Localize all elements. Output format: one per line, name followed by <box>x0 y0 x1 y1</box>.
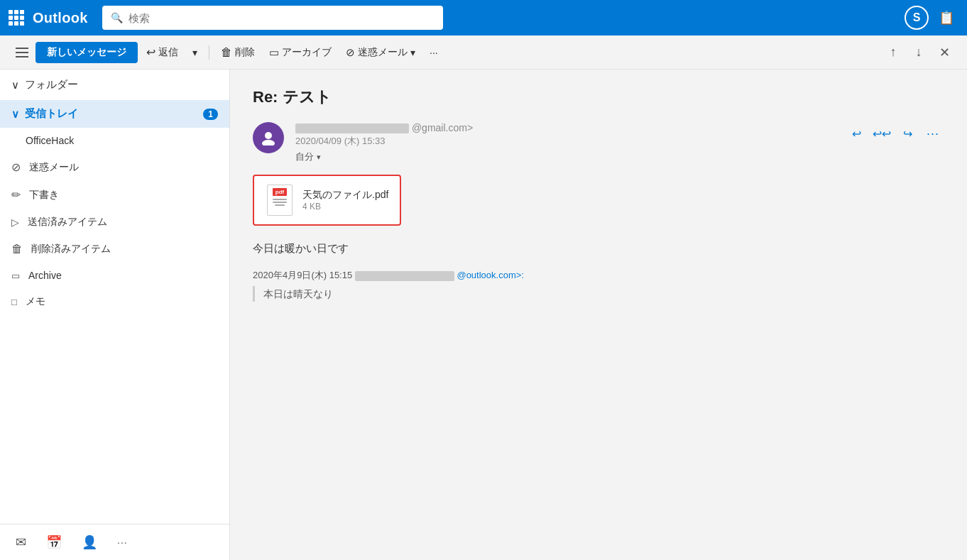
search-input[interactable] <box>129 12 435 24</box>
feedback-icon[interactable]: 📋 <box>934 6 958 30</box>
junk-icon: ⊘ <box>346 46 355 59</box>
email-quoted-header: 2020年4月9日(木) 15:15 @outlook.com>: <box>253 268 944 283</box>
more-button[interactable]: ··· <box>424 44 444 61</box>
attachment-name: 天気のファイル.pdf <box>302 189 388 202</box>
sidebar-folder-header[interactable]: ∨ フォルダー <box>0 70 229 100</box>
sidebar-item-deleted[interactable]: 🗑 削除済みアイテム <box>0 236 229 263</box>
search-box[interactable]: 🔍 <box>102 6 443 30</box>
separator <box>209 45 209 60</box>
sidebar-item-officehack[interactable]: OfficeHack <box>0 128 229 153</box>
email-sender: @gmail.com> <box>295 122 834 133</box>
drafts-icon: ✏ <box>11 188 21 202</box>
junk-chevron-icon: ▾ <box>410 47 415 58</box>
calendar-nav-icon[interactable]: 📅 <box>42 530 66 554</box>
app-logo: Outlook <box>33 10 88 26</box>
attachment-info: 天気のファイル.pdf 4 KB <box>302 189 388 212</box>
pdf-icon: pdf <box>266 183 294 217</box>
nav-up-button[interactable]: ↑ <box>882 41 905 64</box>
folder-header-label: フォルダー <box>25 78 78 92</box>
sidebar-bottom-nav: ✉ 📅 👤 ··· <box>0 524 229 560</box>
junk-button[interactable]: ⊘ 迷惑メール ▾ <box>340 43 421 62</box>
svg-point-1 <box>262 140 275 146</box>
attachment-size: 4 KB <box>302 202 388 212</box>
memo-label: メモ <box>26 295 45 308</box>
junk-label: 迷惑メール <box>29 161 79 174</box>
email-to[interactable]: 自分 ▾ <box>295 150 834 163</box>
email-meta: @gmail.com> 2020/04/09 (木) 15:33 自分 ▾ <box>295 122 834 163</box>
sidebar-item-inbox[interactable]: ∨ 受信トレイ 1 <box>0 100 229 128</box>
reply-all-action-button[interactable]: ↩↩ <box>870 122 893 145</box>
memo-icon: □ <box>11 297 17 307</box>
quoted-date: 2020年4月9日(木) 15:15 <box>253 270 352 280</box>
archive-icon: ▭ <box>269 46 279 59</box>
chevron-down-icon: ∨ <box>11 108 19 121</box>
sender-masked-name <box>295 123 409 133</box>
nav-down-button[interactable]: ↓ <box>907 41 930 64</box>
quoted-sender-link[interactable]: @outlook.com>: <box>457 270 524 280</box>
delete-icon: 🗑 <box>221 46 232 59</box>
drafts-label: 下書き <box>29 189 59 202</box>
chevron-down-icon: ▾ <box>192 47 197 58</box>
new-message-button[interactable]: 新しいメッセージ <box>35 42 138 63</box>
inbox-label: 受信トレイ <box>25 107 78 121</box>
inbox-badge: 1 <box>203 109 218 120</box>
archive-icon: ▭ <box>11 270 20 281</box>
reply-action-button[interactable]: ↩ <box>845 122 868 145</box>
email-header: @gmail.com> 2020/04/09 (木) 15:33 自分 ▾ ↩ … <box>253 122 944 163</box>
attachment-box[interactable]: pdf 天気のファイル.pdf 4 KB <box>253 175 401 226</box>
sidebar-item-drafts[interactable]: ✏ 下書き <box>0 181 229 209</box>
people-nav-icon[interactable]: 👤 <box>77 530 102 554</box>
deleted-label: 削除済みアイテム <box>31 243 111 256</box>
apps-grid-icon[interactable] <box>9 10 24 26</box>
mail-nav-icon[interactable]: ✉ <box>11 530 31 554</box>
sidebar-item-memo[interactable]: □ メモ <box>0 288 229 315</box>
to-chevron-icon: ▾ <box>317 153 321 162</box>
reply-icon: ↩ <box>146 45 155 59</box>
sent-icon: ▷ <box>11 216 19 228</box>
skype-button[interactable]: S <box>905 6 929 30</box>
delete-button[interactable]: 🗑 削除 <box>215 43 261 62</box>
email-subject: Re: テスト <box>253 87 944 108</box>
sent-label: 送信済みアイテム <box>28 216 107 229</box>
email-actions: ↩ ↩↩ ↪ ··· <box>845 122 944 145</box>
sender-domain: @gmail.com> <box>412 122 473 133</box>
archive-button[interactable]: ▭ アーカイブ <box>263 43 337 62</box>
reply-dropdown-button[interactable]: ▾ <box>187 44 203 61</box>
main-layout: ∨ フォルダー ∨ 受信トレイ 1 OfficeHack ⊘ 迷惑メール ✏ 下… <box>0 70 967 560</box>
quoted-body: 本日は晴天なり <box>263 288 333 300</box>
sidebar-item-junk[interactable]: ⊘ 迷惑メール <box>0 153 229 181</box>
email-body-main: 今日は暖かい日です <box>253 240 944 257</box>
toolbar: 新しいメッセージ ↩ 返信 ▾ 🗑 削除 ▭ アーカイブ ⊘ 迷惑メール ▾ ·… <box>0 35 967 70</box>
topbar-right: S 📋 <box>905 6 958 30</box>
deleted-icon: 🗑 <box>11 243 23 256</box>
hamburger-menu-button[interactable] <box>11 43 33 62</box>
close-button[interactable]: ✕ <box>933 41 956 64</box>
email-quote: 本日は晴天なり <box>253 286 944 302</box>
more-action-button[interactable]: ··· <box>922 122 944 145</box>
email-date: 2020/04/09 (木) 15:33 <box>295 135 834 148</box>
chevron-down-icon: ∨ <box>11 79 19 92</box>
sidebar: ∨ フォルダー ∨ 受信トレイ 1 OfficeHack ⊘ 迷惑メール ✏ 下… <box>0 70 230 560</box>
sender-avatar <box>253 122 284 153</box>
reply-button[interactable]: ↩ 返信 <box>141 43 184 62</box>
topbar: Outlook 🔍 S 📋 <box>0 0 967 35</box>
svg-point-0 <box>265 132 272 139</box>
junk-icon: ⊘ <box>11 160 21 174</box>
search-icon: 🔍 <box>111 12 123 23</box>
more-nav-icon[interactable]: ··· <box>113 532 132 552</box>
forward-action-button[interactable]: ↪ <box>896 122 919 145</box>
email-to-label: 自分 <box>295 150 314 163</box>
sidebar-item-sent[interactable]: ▷ 送信済みアイテム <box>0 209 229 236</box>
quoted-sender-masked <box>355 271 454 281</box>
email-content: Re: テスト @gmail.com> 2020/04/09 (木) 15:33… <box>230 70 967 560</box>
email-body: 今日は暖かい日です 2020年4月9日(木) 15:15 @outlook.co… <box>253 240 944 302</box>
archive-label: Archive <box>28 270 62 281</box>
sidebar-item-archive[interactable]: ▭ Archive <box>0 263 229 288</box>
